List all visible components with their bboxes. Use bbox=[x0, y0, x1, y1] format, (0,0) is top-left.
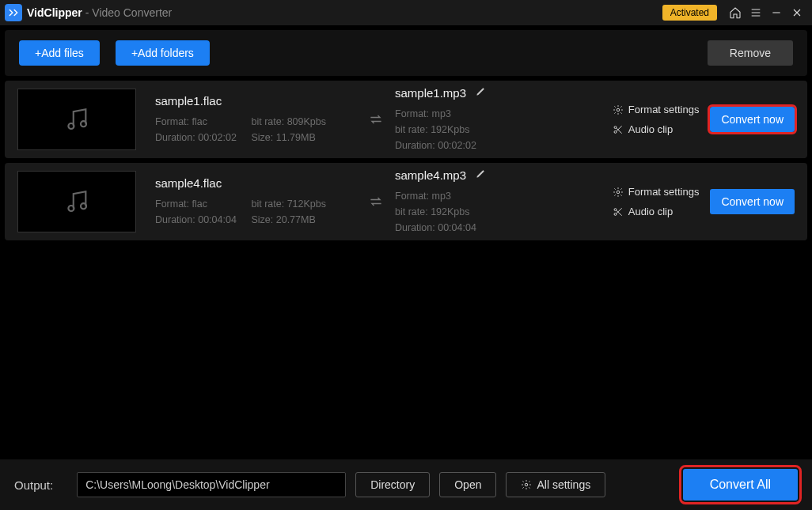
app-logo bbox=[5, 4, 22, 21]
dest-column: sample1.mp3 Format: mp3 bit rate: 192Kpb… bbox=[395, 85, 577, 153]
source-size: Size: 11.79MB bbox=[251, 130, 344, 145]
gear-icon bbox=[613, 104, 624, 115]
source-filename: sample1.flac bbox=[155, 94, 357, 108]
dest-duration: Duration: 00:02:02 bbox=[395, 138, 488, 153]
file-list: sample1.flac Format: flac bit rate: 809K… bbox=[0, 76, 812, 250]
all-settings-button[interactable]: All settings bbox=[506, 472, 605, 497]
add-folders-button[interactable]: +Add folders bbox=[116, 40, 210, 66]
swap-icon bbox=[362, 194, 390, 210]
source-format: Format: flac bbox=[155, 114, 249, 130]
source-format: Format: flac bbox=[155, 196, 249, 212]
dest-format: Format: mp3 bbox=[395, 106, 488, 122]
source-bitrate: bit rate: 712Kpbs bbox=[251, 196, 344, 212]
svg-point-5 bbox=[68, 206, 74, 211]
output-label: Output: bbox=[14, 478, 53, 492]
music-note-icon bbox=[63, 188, 90, 215]
svg-point-6 bbox=[81, 203, 86, 209]
remove-button[interactable]: Remove bbox=[708, 40, 793, 66]
source-column: sample4.flac Format: flac bit rate: 712K… bbox=[155, 176, 357, 228]
dest-column: sample4.mp3 Format: mp3 bit rate: 192Kpb… bbox=[395, 168, 577, 236]
scissors-icon bbox=[613, 206, 624, 217]
svg-point-2 bbox=[617, 108, 620, 111]
dest-filename: sample1.mp3 bbox=[395, 86, 466, 100]
dest-format: Format: mp3 bbox=[395, 188, 488, 204]
svg-point-8 bbox=[614, 208, 617, 210]
music-note-icon bbox=[63, 106, 90, 133]
titlebar: VidClipper - Video Converter Activated bbox=[0, 0, 812, 25]
scissors-icon bbox=[613, 124, 624, 135]
toolbar: +Add files +Add folders Remove bbox=[5, 30, 807, 76]
source-bitrate: bit rate: 809Kpbs bbox=[251, 114, 344, 130]
output-path-input[interactable] bbox=[77, 472, 346, 497]
source-filename: sample4.flac bbox=[155, 176, 357, 190]
audio-clip-link[interactable]: Audio clip bbox=[613, 123, 673, 135]
dest-filename: sample4.mp3 bbox=[395, 168, 466, 182]
svg-point-9 bbox=[614, 213, 617, 215]
add-files-button[interactable]: +Add files bbox=[19, 40, 100, 66]
svg-point-3 bbox=[614, 126, 617, 128]
format-settings-link[interactable]: Format settings bbox=[613, 186, 700, 198]
source-duration: Duration: 00:02:02 bbox=[155, 130, 249, 145]
close-icon[interactable] bbox=[787, 2, 807, 23]
file-row[interactable]: sample4.flac Format: flac bit rate: 712K… bbox=[5, 163, 807, 240]
dest-duration: Duration: 00:04:04 bbox=[395, 220, 488, 236]
app-name: VidClipper bbox=[27, 6, 82, 19]
svg-point-10 bbox=[526, 483, 529, 486]
convert-now-button[interactable]: Convert now bbox=[710, 189, 795, 214]
convert-now-button[interactable]: Convert now bbox=[710, 107, 795, 132]
gear-icon bbox=[613, 187, 624, 198]
source-duration: Duration: 00:04:04 bbox=[155, 212, 249, 228]
file-thumbnail bbox=[17, 171, 136, 232]
svg-point-0 bbox=[68, 123, 74, 129]
open-button[interactable]: Open bbox=[439, 472, 496, 497]
edit-icon[interactable] bbox=[476, 168, 487, 182]
gear-icon bbox=[521, 479, 532, 490]
directory-button[interactable]: Directory bbox=[355, 472, 430, 497]
dest-bitrate: bit rate: 192Kpbs bbox=[395, 122, 488, 138]
file-row[interactable]: sample1.flac Format: flac bit rate: 809K… bbox=[5, 81, 807, 158]
audio-clip-link[interactable]: Audio clip bbox=[613, 206, 673, 217]
svg-point-4 bbox=[614, 130, 617, 133]
format-settings-link[interactable]: Format settings bbox=[613, 104, 700, 115]
convert-all-button[interactable]: Convert All bbox=[683, 469, 798, 501]
activated-badge: Activated bbox=[662, 5, 717, 21]
bottombar: Output: Directory Open All settings Conv… bbox=[0, 459, 812, 510]
svg-point-7 bbox=[617, 191, 620, 194]
minimize-icon[interactable] bbox=[766, 2, 787, 23]
app-subtitle: - Video Converter bbox=[85, 6, 172, 19]
swap-icon bbox=[362, 111, 390, 127]
source-column: sample1.flac Format: flac bit rate: 809K… bbox=[155, 94, 357, 145]
menu-icon[interactable] bbox=[746, 2, 766, 23]
file-thumbnail bbox=[17, 89, 136, 150]
dest-bitrate: bit rate: 192Kpbs bbox=[395, 204, 488, 220]
edit-icon[interactable] bbox=[476, 85, 487, 100]
home-icon[interactable] bbox=[725, 2, 746, 23]
source-size: Size: 20.77MB bbox=[251, 212, 344, 228]
